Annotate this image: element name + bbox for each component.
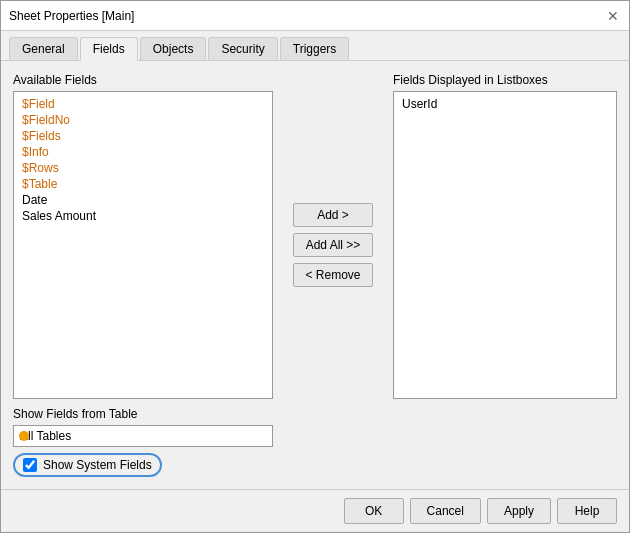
dropdown-wrapper: All Tables	[13, 425, 273, 447]
help-button[interactable]: Help	[557, 498, 617, 524]
tab-bar: General Fields Objects Security Triggers	[1, 31, 629, 61]
tab-objects[interactable]: Objects	[140, 37, 207, 60]
add-button[interactable]: Add >	[293, 203, 373, 227]
main-area: Available Fields $Field $FieldNo $Fields…	[13, 73, 617, 399]
list-item[interactable]: Sales Amount	[18, 208, 268, 224]
transfer-buttons: Add > Add All >> < Remove	[283, 91, 383, 399]
show-system-fields-row: Show System Fields	[13, 453, 162, 477]
left-panel: Available Fields $Field $FieldNo $Fields…	[13, 73, 273, 399]
content-area: Available Fields $Field $FieldNo $Fields…	[1, 61, 629, 489]
list-item[interactable]: $Field	[18, 96, 268, 112]
window-title: Sheet Properties [Main]	[9, 9, 134, 23]
list-item[interactable]: $Fields	[18, 128, 268, 144]
tab-triggers[interactable]: Triggers	[280, 37, 350, 60]
list-item[interactable]: $Info	[18, 144, 268, 160]
right-panel: Fields Displayed in Listboxes UserId	[393, 73, 617, 399]
list-item[interactable]: $FieldNo	[18, 112, 268, 128]
tab-general[interactable]: General	[9, 37, 78, 60]
cancel-button[interactable]: Cancel	[410, 498, 481, 524]
title-bar: Sheet Properties [Main] ✕	[1, 1, 629, 31]
bottom-section: Show Fields from Table All Tables Show S…	[13, 407, 617, 477]
table-dropdown[interactable]: All Tables	[13, 425, 273, 447]
show-system-fields-checkbox[interactable]	[23, 458, 37, 472]
fields-displayed-list[interactable]: UserId	[393, 91, 617, 399]
show-system-fields-label[interactable]: Show System Fields	[43, 458, 152, 472]
tab-security[interactable]: Security	[208, 37, 277, 60]
tab-fields[interactable]: Fields	[80, 37, 138, 61]
remove-button[interactable]: < Remove	[293, 263, 373, 287]
list-item[interactable]: $Rows	[18, 160, 268, 176]
list-item[interactable]: Date	[18, 192, 268, 208]
ok-button[interactable]: OK	[344, 498, 404, 524]
window: Sheet Properties [Main] ✕ General Fields…	[0, 0, 630, 533]
fields-displayed-label: Fields Displayed in Listboxes	[393, 73, 617, 87]
available-fields-list[interactable]: $Field $FieldNo $Fields $Info $Rows $Tab…	[13, 91, 273, 399]
add-all-button[interactable]: Add All >>	[293, 233, 373, 257]
footer: OK Cancel Apply Help	[1, 489, 629, 532]
close-button[interactable]: ✕	[605, 8, 621, 24]
list-item[interactable]: $Table	[18, 176, 268, 192]
available-fields-label: Available Fields	[13, 73, 273, 87]
show-fields-label: Show Fields from Table	[13, 407, 617, 421]
apply-button[interactable]: Apply	[487, 498, 551, 524]
list-item[interactable]: UserId	[398, 96, 612, 112]
